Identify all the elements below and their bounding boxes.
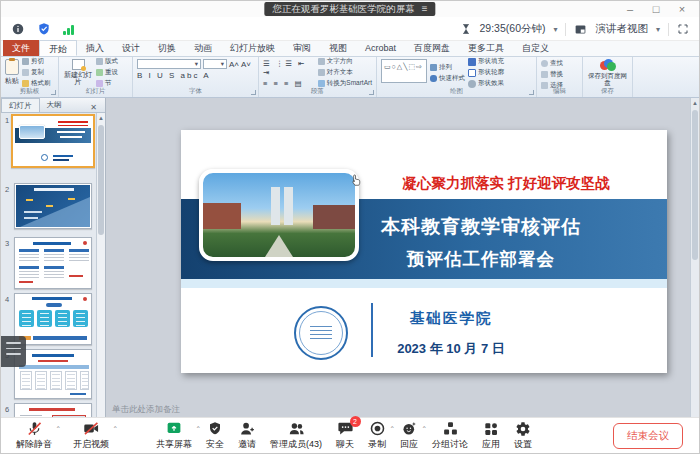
panel-close-icon[interactable]: ✕ xyxy=(90,103,97,112)
start-video-button[interactable]: 开启视频 ⌃ xyxy=(73,420,109,451)
cut-button[interactable]: 剪切 xyxy=(22,57,51,66)
ribbon-tab-transitions[interactable]: 切换 xyxy=(149,40,185,56)
canvas-scrollbar[interactable]: ▲ xyxy=(690,98,699,419)
timer-dropdown-icon[interactable]: ▾ xyxy=(553,25,557,34)
screen-share-banner[interactable]: 您正在观看罗彬基础医学院的屏幕 ≡ xyxy=(264,2,435,16)
panel-scrollbar[interactable]: ▲ xyxy=(96,113,105,419)
apps-button[interactable]: 应用 xyxy=(482,420,500,451)
manage-members-button[interactable]: 管理成员(43) xyxy=(270,420,322,451)
paste-button[interactable]: 粘贴 xyxy=(5,59,19,86)
ribbon-tab-insert[interactable]: 插入 xyxy=(77,40,113,56)
slide-number: 1 xyxy=(5,116,9,125)
fullscreen-icon[interactable] xyxy=(677,23,689,35)
arrange-button[interactable]: 排列 xyxy=(430,63,465,72)
reactions-button[interactable]: 回应 ⌃ xyxy=(400,420,418,451)
network-signal-icon[interactable] xyxy=(63,23,74,35)
slide-thumbnail-2[interactable] xyxy=(14,183,92,229)
notes-placeholder[interactable]: 单击此处添加备注 xyxy=(112,404,180,416)
font-family-select[interactable]: ▾ xyxy=(137,59,201,69)
current-slide[interactable]: 凝心聚力抓落实 打好迎评攻坚战 本科教育教学审核评估 预评估工作部署会 基础医学… xyxy=(181,130,667,373)
breakout-rooms-button[interactable]: 分组讨论 xyxy=(432,420,468,451)
layout-button[interactable]: 版式 xyxy=(96,57,118,66)
invite-button[interactable]: 邀请 xyxy=(238,420,256,451)
ribbon-tab-slideshow[interactable]: 幻灯片放映 xyxy=(221,40,284,56)
microphone-muted-icon xyxy=(26,420,43,437)
banner-text: 您正在观看罗彬基础医学院的屏幕 xyxy=(272,2,415,16)
find-button[interactable]: 查找 xyxy=(541,59,578,68)
copy-button[interactable]: 复制 xyxy=(22,68,51,77)
slide-date: 2023 年 10 月 7 日 xyxy=(377,340,525,358)
baidu-netdisk-icon xyxy=(600,59,616,71)
scroll-up-icon[interactable]: ▲ xyxy=(97,113,105,123)
ribbon-tab-animations[interactable]: 动画 xyxy=(185,40,221,56)
font-style-buttons[interactable]: B I U S abc A xyxy=(137,71,254,80)
settings-button[interactable]: 设置 xyxy=(514,420,532,451)
ribbon-tab-view[interactable]: 视图 xyxy=(320,40,356,56)
record-button[interactable]: 录制 ⌃ xyxy=(368,420,386,451)
align-text-button[interactable]: 对齐文本 xyxy=(318,68,372,77)
meeting-timer[interactable]: 29:35(60分钟) xyxy=(480,22,546,36)
shield-icon xyxy=(207,420,223,437)
close-button[interactable]: × xyxy=(669,1,695,17)
titlebar: 您正在观看罗彬基础医学院的屏幕 ≡ – □ × xyxy=(1,1,699,17)
font-size-select[interactable]: ▾ xyxy=(203,59,227,69)
ribbon: 粘贴 剪切 复制 格式刷 剪贴板 新建幻灯片 版式 重设 节 幻灯片 xyxy=(1,57,699,98)
layout-icon xyxy=(96,58,103,65)
floating-toolbar-handle[interactable] xyxy=(1,336,26,367)
new-slide-button[interactable]: 新建幻灯片 xyxy=(63,59,93,86)
shape-fill-button[interactable]: 形状填充 xyxy=(468,57,504,66)
shrink-font-button[interactable]: A˅ xyxy=(241,60,251,69)
ribbon-tab-home[interactable]: 开始 xyxy=(39,40,77,56)
section-icon xyxy=(96,80,103,87)
record-options-icon[interactable]: ⌃ xyxy=(390,425,395,433)
shape-outline-button[interactable]: 形状轮廓 xyxy=(468,68,504,77)
shapes-gallery[interactable]: ▭○△╲⬚⇨ xyxy=(381,59,427,83)
ribbon-group-save: 保存到百度网盘 保存 xyxy=(583,57,633,97)
view-dropdown-icon[interactable]: ▾ xyxy=(656,25,660,34)
end-meeting-button[interactable]: 结束会议 xyxy=(613,423,683,449)
video-options-icon[interactable]: ⌃ xyxy=(113,425,118,433)
view-mode-label[interactable]: 演讲者视图 xyxy=(595,22,648,36)
banner-menu-icon[interactable]: ≡ xyxy=(422,2,428,16)
quick-styles-button[interactable]: 快速样式 xyxy=(430,74,465,83)
slide-thumbnail-4[interactable] xyxy=(14,293,92,345)
clipboard-dialog-launcher[interactable] xyxy=(51,90,56,95)
text-direction-button[interactable]: 文字方向 xyxy=(318,57,372,66)
ribbon-tab-design[interactable]: 设计 xyxy=(113,40,149,56)
list-buttons[interactable]: ☰ ⋮☰ ⇤ ⇥ xyxy=(263,59,315,77)
replace-button[interactable]: 替换 xyxy=(541,70,578,79)
grow-font-button[interactable]: A˄ xyxy=(229,60,239,69)
meeting-info-icon[interactable] xyxy=(11,22,25,36)
smartart-icon xyxy=(318,80,325,87)
save-to-baidu-button[interactable]: 保存到百度网盘 xyxy=(587,59,628,86)
ribbon-tab-more-tools[interactable]: 更多工具 xyxy=(459,40,513,56)
ribbon-tab-baidu[interactable]: 百度网盘 xyxy=(405,40,459,56)
ribbon-tab-review[interactable]: 审阅 xyxy=(284,40,320,56)
unmute-button[interactable]: 解除静音 ⌃ xyxy=(16,420,52,451)
slide-thumbnail-1[interactable] xyxy=(11,114,95,168)
scroll-up-icon[interactable]: ▲ xyxy=(691,98,699,108)
drawing-dialog-launcher[interactable] xyxy=(529,90,534,95)
mute-options-icon[interactable]: ⌃ xyxy=(56,425,61,433)
apps-grid-icon xyxy=(483,421,499,437)
slide-thumbnail-3[interactable] xyxy=(14,237,92,289)
ribbon-group-clipboard: 粘贴 剪切 复制 格式刷 剪贴板 xyxy=(1,57,59,97)
ribbon-tab-custom[interactable]: 自定义 xyxy=(513,40,558,56)
maximize-button[interactable]: □ xyxy=(643,1,669,17)
panel-tab-outline[interactable]: 大纲 xyxy=(40,98,69,112)
font-dialog-launcher[interactable] xyxy=(251,90,256,95)
security-button[interactable]: 安全 xyxy=(206,420,224,451)
paragraph-dialog-launcher[interactable] xyxy=(369,90,374,95)
ribbon-group-slides: 新建幻灯片 版式 重设 节 幻灯片 xyxy=(59,57,133,97)
reset-button[interactable]: 重设 xyxy=(96,68,118,77)
members-icon xyxy=(287,420,306,437)
ribbon-tab-file[interactable]: 文件 xyxy=(3,40,39,56)
reactions-options-icon[interactable]: ⌃ xyxy=(422,425,427,433)
share-options-icon[interactable]: ⌃ xyxy=(196,425,201,433)
minimize-button[interactable]: – xyxy=(617,1,643,17)
ribbon-tab-acrobat[interactable]: Acrobat xyxy=(356,40,405,56)
panel-tab-slides[interactable]: 幻灯片 xyxy=(1,98,40,112)
chat-button[interactable]: 2 聊天 xyxy=(336,420,354,451)
share-screen-button[interactable]: 共享屏幕 ⌃ xyxy=(156,420,192,451)
security-shield-icon[interactable] xyxy=(37,22,51,36)
